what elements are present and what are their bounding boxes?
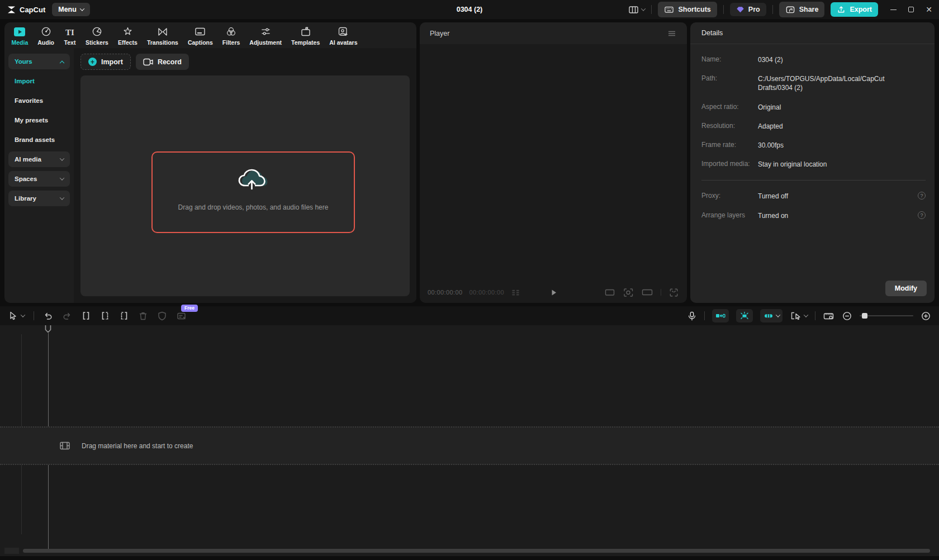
link-clips-button[interactable] [760,309,782,322]
focus-icon[interactable] [623,287,634,298]
sidebar-item-brand-assets[interactable]: Brand assets [8,132,70,148]
adjustment-icon [260,26,271,37]
templates-icon [300,26,311,37]
main-track-dropzone[interactable]: Drag material here and start to create [0,426,939,465]
redo-button[interactable] [62,311,72,321]
tab-media[interactable]: Media [7,23,33,48]
help-icon[interactable]: ? [918,211,926,219]
split-keep-left-button[interactable] [100,311,110,321]
film-strip-icon [59,441,70,450]
sidebar-item-favorites[interactable]: Favorites [8,93,70,108]
detail-row-frame-rate: Frame rate: 30.00fps [701,141,926,150]
tab-label: Audio [37,39,54,46]
export-upload-icon [837,5,846,14]
dropzone-highlight-box[interactable]: Drag and drop videos, photos, and audio … [151,151,355,233]
fullscreen-icon[interactable] [668,287,679,298]
sidebar-item-yours[interactable]: Yours [8,54,70,69]
tab-label: Text [64,39,76,46]
ratio-icon[interactable] [604,287,615,297]
maximize-button[interactable] [908,6,914,13]
export-button[interactable]: Export [831,2,878,17]
sidebar-item-ai-media[interactable]: AI media [8,151,70,167]
sidebar-item-library[interactable]: Library [8,191,70,206]
divider [651,5,652,14]
sidebar-item-label: Spaces [15,175,37,182]
help-icon[interactable]: ? [918,192,926,200]
player-viewport [420,44,687,282]
sidebar-item-my-presets[interactable]: My presets [8,112,70,128]
chevron-down-icon [804,312,808,317]
mask-button[interactable] [157,311,167,321]
divider [704,311,705,320]
tab-ai-avatars[interactable]: AI avatars [325,23,362,48]
divider [661,289,661,296]
modify-button[interactable]: Modify [885,281,927,296]
close-button[interactable]: ✕ [926,6,932,13]
zoom-out-button[interactable] [842,311,852,321]
menu-button[interactable]: Menu [52,3,90,16]
detail-label: Resolution: [701,122,758,130]
zoom-in-button[interactable] [921,311,931,321]
divider [34,311,34,320]
record-button[interactable]: Record [136,54,189,70]
caption-remove-button[interactable]: Free [176,311,187,321]
import-content-area: + Import Record [74,48,416,303]
preview-axis-button[interactable] [823,311,834,321]
sidebar-item-label: Library [15,195,36,202]
select-tool-button[interactable] [8,311,25,321]
detail-value: Stay in original location [758,160,840,169]
svg-text:TI: TI [65,27,74,36]
linked-editing-button[interactable] [736,309,753,322]
panel-layout-icon [628,4,639,15]
chevron-down-icon [60,175,64,180]
chevron-down-icon [80,6,84,11]
undo-button[interactable] [43,311,53,321]
tab-text[interactable]: TI Text [59,23,81,48]
split-button[interactable] [81,311,91,321]
timeline-area[interactable]: Drag material here and start to create [0,325,939,556]
media-library-panel: Media Audio TI Text Stickers Effects Tra… [4,22,416,303]
tab-captions[interactable]: Captions [183,23,217,48]
detail-label: Name: [701,55,758,63]
player-controls: 00:00:00:00 00:00:00:00 [420,282,687,303]
dropzone-text: Drag and drop videos, photos, and audio … [178,203,329,211]
tab-filters[interactable]: Filters [217,23,245,48]
hamburger-menu-icon[interactable] [667,29,677,38]
play-button[interactable] [548,287,559,298]
frame-list-icon[interactable] [511,288,520,297]
import-button[interactable]: + Import [80,54,131,70]
tab-audio[interactable]: Audio [33,23,59,48]
timeline-toolbar: Free [0,306,939,325]
sidebar-item-spaces[interactable]: Spaces [8,171,70,187]
mini-player-icon[interactable] [641,288,653,297]
detail-row-path: Path: C:/Users/TOPGUS/AppData/Local/CapC… [701,74,926,92]
divider [701,180,926,181]
detail-value: Turned off [758,192,802,201]
detail-label: Proxy: [701,192,758,200]
sidebar-item-import[interactable]: Import [8,73,70,89]
tab-adjustment[interactable]: Adjustment [245,23,287,48]
tab-stickers[interactable]: Stickers [81,23,113,48]
tab-label: Effects [118,39,137,46]
chevron-down-icon [21,312,25,317]
share-button[interactable]: Share [779,2,825,17]
share-icon [785,4,795,15]
media-dropzone[interactable]: Drag and drop videos, photos, and audio … [80,75,410,296]
record-voiceover-button[interactable] [687,311,697,321]
layout-switcher[interactable] [628,4,645,15]
timeline-zoom-slider[interactable] [860,315,913,316]
snap-toggle-button[interactable] [712,309,729,322]
delete-button[interactable] [138,311,148,321]
zoom-slider-handle[interactable] [862,313,867,319]
audio-icon [41,26,51,37]
pro-badge[interactable]: Pro [730,3,766,16]
tab-transitions[interactable]: Transitions [142,23,183,48]
shortcuts-button[interactable]: Shortcuts [658,2,717,17]
track-select-mode-button[interactable] [790,311,808,321]
pro-label: Pro [748,6,760,13]
tab-effects[interactable]: Effects [113,23,142,48]
tab-templates[interactable]: Templates [287,23,325,48]
horizontal-scrollbar[interactable] [23,549,930,553]
minimize-button[interactable] [890,6,897,13]
split-keep-right-button[interactable] [119,311,129,321]
